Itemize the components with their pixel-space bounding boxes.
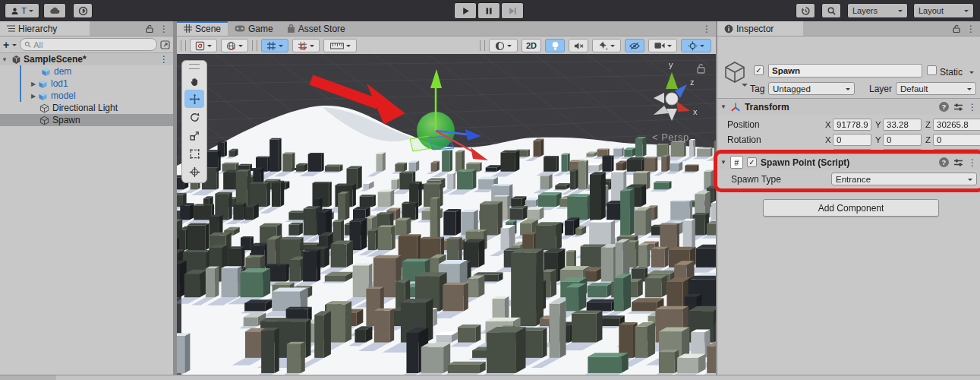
position-x-field[interactable]: 91778.9 (833, 119, 871, 131)
search-button[interactable] (821, 3, 841, 18)
foldout-closed-icon[interactable]: ▶ (29, 93, 38, 100)
drag-handle[interactable] (480, 40, 485, 51)
step-button[interactable] (501, 2, 524, 19)
status-bar (0, 375, 980, 380)
add-component-button[interactable]: Add Component (763, 199, 939, 217)
plastic-scm-icon (78, 6, 88, 16)
position-z-field[interactable]: 30265.8 (933, 119, 980, 131)
add-object-button[interactable]: + (3, 39, 9, 51)
hierarchy-search-input[interactable]: All (20, 38, 157, 51)
menu-kebab-icon[interactable]: ⋮ (702, 24, 711, 34)
foldout-closed-icon[interactable]: ▶ (29, 81, 38, 87)
scene-visibility-toggle[interactable] (625, 39, 644, 52)
gizmo-plane-yz[interactable] (410, 136, 431, 151)
rotation-z-field[interactable]: 0 (933, 134, 980, 146)
lock-icon[interactable] (698, 68, 704, 73)
play-button[interactable] (454, 2, 477, 19)
foldout-open-icon[interactable]: ▼ (0, 56, 9, 63)
static-checkbox[interactable] (927, 65, 937, 75)
lighting-toggle-button[interactable] (545, 39, 565, 52)
hand-tool-button[interactable] (184, 71, 204, 90)
hierarchy-item-spawn[interactable]: Spawn (0, 114, 173, 126)
chevron-down-icon (898, 10, 903, 14)
gizmo-arrow-x[interactable] (471, 147, 488, 160)
scale-tool-button[interactable] (184, 126, 204, 144)
grid-snap-dropdown[interactable] (292, 39, 320, 52)
annotation-box (714, 150, 980, 192)
axis-neg-y-cone[interactable] (666, 109, 677, 121)
rotation-y-field[interactable]: 0 (883, 134, 922, 146)
hierarchy-item-model[interactable]: ▶ model (0, 90, 173, 102)
chevron-down-icon[interactable] (12, 44, 17, 49)
value: 30265.8 (937, 120, 969, 129)
transform-tool-button[interactable] (184, 163, 204, 181)
lock-icon[interactable] (146, 24, 153, 33)
camera-settings-dropdown[interactable] (648, 39, 677, 52)
foldout-open-icon[interactable]: ▼ (720, 103, 726, 110)
layout-dropdown[interactable]: Layout (913, 3, 974, 18)
tab-inspector[interactable]: Inspector (717, 21, 803, 36)
menu-kebab-icon[interactable]: ⋮ (159, 24, 169, 34)
increment-snap-dropdown[interactable] (323, 39, 357, 52)
tab-hierarchy[interactable]: Hierarchy (0, 21, 90, 36)
presets-icon[interactable] (953, 103, 963, 112)
position-y-field[interactable]: 33.28 (883, 119, 922, 131)
drag-handle[interactable] (252, 40, 257, 51)
menu-kebab-icon[interactable]: ⋮ (159, 54, 173, 65)
axis-x-cone[interactable] (676, 101, 690, 112)
tag-dropdown[interactable]: Untagged (768, 82, 855, 95)
audio-toggle-button[interactable] (569, 39, 588, 52)
tool-settings-dropdown[interactable] (190, 39, 217, 52)
account-button[interactable]: T (5, 3, 39, 18)
drag-handle[interactable] (181, 40, 186, 51)
layers-dropdown[interactable]: Layers (847, 3, 908, 18)
rotation-x-field[interactable]: 0 (833, 134, 871, 146)
handle-orientation-dropdown[interactable] (221, 39, 248, 52)
hierarchy-item-directional-light[interactable]: Directional Light (0, 102, 173, 114)
active-checkbox[interactable]: ✓ (754, 65, 764, 75)
popout-icon[interactable] (160, 40, 170, 49)
rect-tool-button[interactable] (184, 144, 204, 163)
shading-mode-dropdown[interactable] (489, 39, 518, 52)
pause-button[interactable] (477, 2, 500, 19)
hierarchy-toolbar: + All (0, 36, 173, 53)
tab-asset-store[interactable]: Asset Store (280, 21, 352, 36)
tab-game[interactable]: Game (228, 21, 280, 36)
object-name-field[interactable]: Spawn (768, 64, 922, 78)
prefab-cube-icon (38, 91, 48, 101)
gameobject-icon-large[interactable] (723, 61, 748, 87)
plastic-scm-button[interactable] (73, 3, 93, 18)
menu-kebab-icon[interactable]: ⋮ (968, 102, 977, 112)
menu-kebab-icon[interactable]: ⋮ (966, 24, 975, 34)
gizmos-dropdown[interactable] (681, 39, 711, 52)
hierarchy-item-dem[interactable]: dem (0, 65, 173, 78)
effects-dropdown[interactable] (592, 39, 621, 52)
overlay-drag-handle[interactable] (189, 64, 200, 69)
2d-toggle-button[interactable]: 2D (522, 39, 541, 52)
transform-header[interactable]: ▼ Transform ? ⋮ (717, 98, 980, 115)
annotation-arrow-shaft (311, 80, 378, 104)
pivot-icon (195, 41, 205, 51)
grid-visibility-dropdown[interactable] (261, 39, 288, 52)
layer-dropdown[interactable]: Default (896, 82, 976, 95)
snap-grid-icon (298, 41, 307, 51)
scene-row[interactable]: ▼ SampleScene* ⋮ (0, 53, 173, 65)
scene-viewport[interactable]: y z x < Persp (177, 54, 716, 375)
gizmo-arrow-z[interactable] (465, 129, 481, 141)
chevron-down-icon[interactable] (742, 84, 748, 87)
help-icon[interactable]: ? (939, 102, 949, 112)
rotate-tool-button[interactable] (184, 108, 204, 126)
object-name: Spawn (772, 66, 800, 75)
gizmo-center-cube[interactable] (666, 93, 678, 105)
lock-icon[interactable] (953, 24, 960, 33)
cloud-button[interactable] (43, 3, 66, 18)
undo-history-button[interactable] (796, 3, 815, 18)
hierarchy-item-lod1[interactable]: ▶ lod1 (0, 78, 173, 90)
axis-neg-x-cone[interactable] (654, 93, 664, 103)
tab-scene[interactable]: Scene (177, 21, 228, 36)
axis-y-cone[interactable] (666, 72, 678, 89)
axis-neg-z-cone[interactable] (654, 106, 669, 115)
projection-label[interactable]: < Persp (652, 131, 689, 143)
static-flags-dropdown[interactable] (969, 71, 974, 76)
move-tool-button[interactable] (184, 90, 204, 108)
